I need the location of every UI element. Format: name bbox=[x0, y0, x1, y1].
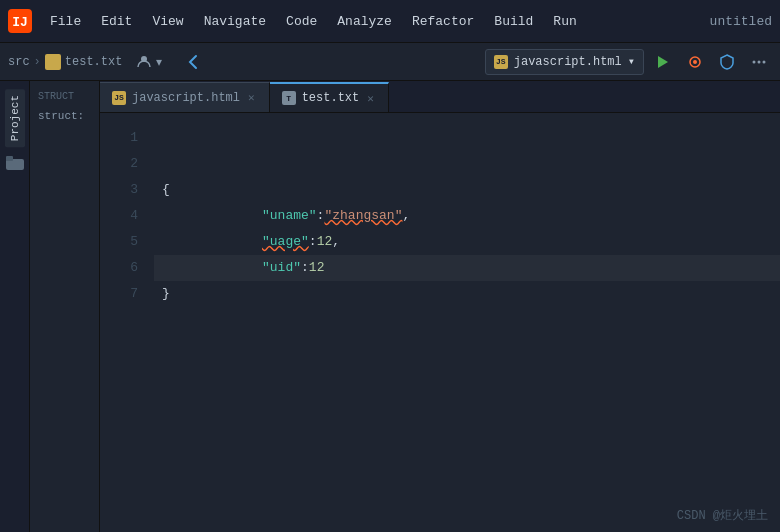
menu-refactor[interactable]: Refactor bbox=[404, 10, 482, 33]
line-num-3: 3 bbox=[100, 177, 138, 203]
code-editor[interactable]: 1 2 3 4 5 6 7 { bbox=[100, 113, 780, 532]
line-num-6: 6 bbox=[100, 255, 138, 281]
code-line-2 bbox=[154, 151, 780, 177]
breadcrumb: src › test.txt bbox=[8, 54, 122, 70]
code-key-uid: "uid" bbox=[262, 255, 301, 281]
code-line-5: "uage" : 12 , bbox=[154, 229, 780, 255]
file-tree-struct[interactable]: struct: bbox=[34, 108, 95, 124]
menu-view[interactable]: View bbox=[144, 10, 191, 33]
menu-navigate[interactable]: Navigate bbox=[196, 10, 274, 33]
svg-rect-10 bbox=[6, 156, 13, 161]
user-button[interactable]: ▾ bbox=[128, 49, 170, 75]
more-button[interactable] bbox=[746, 49, 772, 75]
line-num-1: 1 bbox=[100, 125, 138, 151]
code-colon-3: : bbox=[301, 255, 309, 281]
svg-text:IJ: IJ bbox=[12, 15, 28, 30]
window-title: untitled bbox=[710, 14, 772, 29]
app-logo: IJ bbox=[8, 9, 32, 33]
menu-code[interactable]: Code bbox=[278, 10, 325, 33]
line-num-4: 4 bbox=[100, 203, 138, 229]
code-colon-1: : bbox=[317, 203, 325, 229]
line-num-7: 7 bbox=[100, 281, 138, 307]
run-config-js-icon: JS bbox=[494, 55, 508, 69]
svg-point-6 bbox=[753, 60, 756, 63]
svg-point-5 bbox=[693, 60, 697, 64]
tab-bar: JS javascript.html ✕ T test.txt ✕ bbox=[100, 81, 780, 113]
file-tree-header: Struct bbox=[34, 89, 95, 104]
code-val-12-uage: 12 bbox=[317, 229, 333, 255]
tab-javascript-html-label: javascript.html bbox=[132, 91, 240, 105]
more-icon bbox=[751, 54, 767, 70]
svg-point-8 bbox=[763, 60, 766, 63]
tab-js-icon: JS bbox=[112, 91, 126, 105]
toolbar: src › test.txt ▾ JS javascript.html ▾ bbox=[0, 43, 780, 81]
shield-icon bbox=[719, 54, 735, 70]
code-comma-2: , bbox=[332, 229, 340, 255]
menu-run[interactable]: Run bbox=[545, 10, 584, 33]
tab-txt-icon: T bbox=[282, 91, 296, 105]
title-bar: IJ File Edit View Navigate Code Analyze … bbox=[0, 0, 780, 43]
run-config-dropdown[interactable]: JS javascript.html ▾ bbox=[485, 49, 644, 75]
code-key-uname: "uname" bbox=[262, 203, 317, 229]
menu-bar: File Edit View Navigate Code Analyze Ref… bbox=[42, 10, 710, 33]
play-button[interactable] bbox=[650, 49, 676, 75]
menu-file[interactable]: File bbox=[42, 10, 89, 33]
back-button[interactable] bbox=[176, 49, 210, 75]
breadcrumb-file: test.txt bbox=[65, 55, 123, 69]
menu-analyze[interactable]: Analyze bbox=[329, 10, 400, 33]
sidebar-tab-project[interactable]: Project bbox=[5, 89, 25, 147]
code-val-zhangsan: "zhangsan" bbox=[324, 203, 402, 229]
debug-icon bbox=[687, 54, 703, 70]
menu-build[interactable]: Build bbox=[486, 10, 541, 33]
tab-javascript-html[interactable]: JS javascript.html ✕ bbox=[100, 82, 270, 112]
shield-button[interactable] bbox=[714, 49, 740, 75]
dropdown-arrow: ▾ bbox=[156, 55, 162, 69]
breadcrumb-file-icon bbox=[45, 54, 61, 70]
svg-point-7 bbox=[758, 60, 761, 63]
code-val-12-uid: 12 bbox=[309, 255, 325, 281]
code-brace-close: } bbox=[162, 281, 170, 307]
left-sidebar: Project bbox=[0, 81, 30, 532]
code-comma-1: , bbox=[402, 203, 410, 229]
svg-marker-3 bbox=[658, 56, 668, 68]
code-line-4: "uname" : "zhangsan" , bbox=[154, 203, 780, 229]
breadcrumb-chevron: › bbox=[34, 55, 41, 69]
line-numbers: 1 2 3 4 5 6 7 bbox=[100, 113, 150, 532]
code-line-3: { bbox=[154, 177, 780, 203]
watermark: CSDN @炬火埋土 bbox=[677, 507, 768, 524]
editor-area: JS javascript.html ✕ T test.txt ✕ 1 2 3 … bbox=[100, 81, 780, 532]
line-num-5: 5 bbox=[100, 229, 138, 255]
breadcrumb-src: src bbox=[8, 55, 30, 69]
tab-test-txt-close[interactable]: ✕ bbox=[365, 91, 376, 106]
code-colon-2: : bbox=[309, 229, 317, 255]
tab-test-txt-label: test.txt bbox=[302, 91, 360, 105]
code-content: { "uname" : "zhangsan" , "uage" : 12 , bbox=[150, 113, 780, 532]
code-key-uage: "uage" bbox=[262, 229, 309, 255]
run-config-arrow: ▾ bbox=[628, 54, 635, 69]
user-icon bbox=[136, 54, 152, 70]
line-num-2: 2 bbox=[100, 151, 138, 177]
menu-edit[interactable]: Edit bbox=[93, 10, 140, 33]
main-layout: Project Struct struct: JS javascript.htm… bbox=[0, 81, 780, 532]
code-line-6: "uid" : 12 bbox=[154, 255, 780, 281]
code-line-1 bbox=[154, 125, 780, 151]
file-tree-panel: Struct struct: bbox=[30, 81, 100, 532]
code-brace-open: { bbox=[162, 177, 170, 203]
sidebar-folder-icon bbox=[5, 155, 25, 171]
run-config-label: javascript.html bbox=[514, 55, 622, 69]
tab-test-txt[interactable]: T test.txt ✕ bbox=[270, 82, 389, 112]
back-icon bbox=[184, 53, 202, 71]
play-icon bbox=[655, 54, 671, 70]
tab-javascript-html-close[interactable]: ✕ bbox=[246, 90, 257, 105]
code-line-7: } bbox=[154, 281, 780, 307]
debug-button[interactable] bbox=[682, 49, 708, 75]
